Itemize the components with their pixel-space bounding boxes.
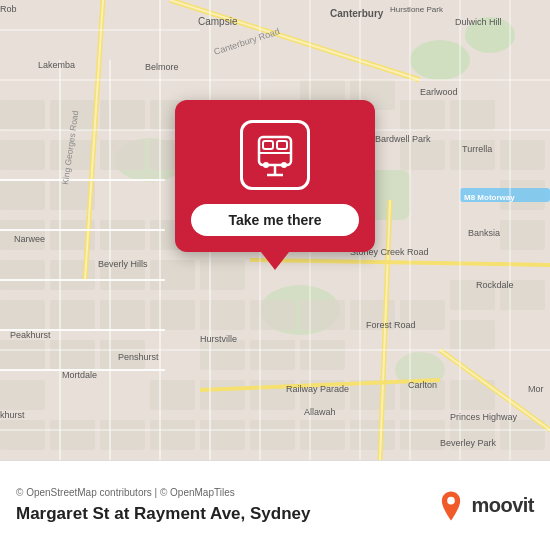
svg-text:Earlwood: Earlwood — [420, 87, 458, 97]
svg-rect-73 — [50, 420, 95, 450]
svg-rect-41 — [300, 300, 345, 330]
svg-text:Mortdale: Mortdale — [62, 370, 97, 380]
svg-point-144 — [281, 162, 287, 168]
svg-text:Beverly Hills: Beverly Hills — [98, 259, 148, 269]
popup-card: Take me there — [175, 100, 375, 252]
svg-rect-9 — [0, 140, 45, 170]
svg-rect-54 — [500, 140, 545, 170]
map-container: Campsie Canterbury Dulwich Hill Hurstlon… — [0, 0, 550, 460]
svg-rect-23 — [100, 140, 145, 170]
svg-rect-52 — [400, 140, 445, 170]
location-name: Margaret St at Rayment Ave, Sydney — [16, 504, 435, 524]
svg-text:khurst: khurst — [0, 410, 25, 420]
svg-rect-56 — [500, 220, 545, 250]
svg-text:Rob: Rob — [0, 4, 17, 14]
bottom-info: © OpenStreetMap contributors | © OpenMap… — [16, 487, 435, 524]
moovit-logo[interactable]: moovit — [435, 490, 534, 522]
svg-text:Mor: Mor — [528, 384, 544, 394]
svg-rect-74 — [100, 420, 145, 450]
svg-text:Banksia: Banksia — [468, 228, 500, 238]
svg-point-147 — [448, 496, 456, 504]
svg-point-1 — [410, 40, 470, 80]
svg-rect-28 — [150, 260, 195, 290]
svg-rect-11 — [0, 180, 45, 210]
svg-text:Lakemba: Lakemba — [38, 60, 75, 70]
svg-rect-72 — [0, 420, 45, 450]
svg-rect-15 — [0, 260, 45, 290]
svg-text:Belmore: Belmore — [145, 62, 179, 72]
take-me-there-button[interactable]: Take me there — [191, 204, 359, 236]
svg-rect-19 — [0, 340, 45, 370]
svg-rect-67 — [350, 420, 395, 450]
svg-text:Canterbury: Canterbury — [330, 8, 384, 19]
svg-text:Penshurst: Penshurst — [118, 352, 159, 362]
svg-text:Beverley Park: Beverley Park — [440, 438, 497, 448]
svg-text:Allawah: Allawah — [304, 407, 336, 417]
svg-rect-20 — [50, 340, 95, 370]
svg-rect-31 — [150, 300, 195, 330]
svg-text:Campsie: Campsie — [198, 16, 238, 27]
moovit-pin-icon — [435, 490, 467, 522]
svg-rect-71 — [0, 380, 45, 410]
svg-text:Carlton: Carlton — [408, 380, 437, 390]
svg-rect-25 — [100, 220, 145, 250]
svg-rect-64 — [200, 420, 245, 450]
svg-rect-50 — [400, 100, 445, 130]
svg-text:Forest Road: Forest Road — [366, 320, 416, 330]
svg-rect-17 — [0, 300, 45, 330]
svg-rect-18 — [50, 300, 95, 330]
svg-text:Princes Highway: Princes Highway — [450, 412, 518, 422]
svg-rect-35 — [200, 260, 245, 290]
moovit-brand-text: moovit — [471, 494, 534, 517]
svg-rect-51 — [450, 100, 495, 130]
svg-rect-36 — [200, 300, 245, 330]
svg-text:Rockdale: Rockdale — [476, 280, 514, 290]
svg-text:Narwee: Narwee — [14, 234, 45, 244]
svg-text:Dulwich Hill: Dulwich Hill — [455, 17, 502, 27]
svg-point-143 — [263, 162, 269, 168]
bus-stop-icon — [240, 120, 310, 190]
svg-rect-46 — [450, 320, 495, 350]
svg-text:Bardwell Park: Bardwell Park — [375, 134, 431, 144]
bottom-bar: © OpenStreetMap contributors | © OpenMap… — [0, 460, 550, 550]
svg-rect-7 — [0, 100, 45, 130]
svg-rect-39 — [250, 300, 295, 330]
svg-rect-66 — [300, 420, 345, 450]
svg-rect-29 — [100, 300, 145, 330]
svg-text:Peakhurst: Peakhurst — [10, 330, 51, 340]
svg-rect-65 — [250, 420, 295, 450]
svg-rect-140 — [263, 141, 273, 149]
svg-rect-40 — [250, 340, 295, 370]
svg-rect-58 — [200, 380, 245, 410]
svg-rect-21 — [100, 100, 145, 130]
svg-rect-141 — [277, 141, 287, 149]
svg-rect-57 — [150, 380, 195, 410]
svg-rect-42 — [300, 340, 345, 370]
svg-rect-75 — [150, 420, 195, 450]
svg-text:Turrella: Turrella — [462, 144, 492, 154]
copyright-text: © OpenStreetMap contributors | © OpenMap… — [16, 487, 435, 498]
svg-text:Railway Parade: Railway Parade — [286, 384, 349, 394]
svg-text:Hurstlone Park: Hurstlone Park — [390, 5, 444, 14]
svg-rect-68 — [400, 420, 445, 450]
svg-rect-37 — [200, 340, 245, 370]
svg-text:M8 Motorway: M8 Motorway — [464, 193, 515, 202]
svg-text:Hurstville: Hurstville — [200, 334, 237, 344]
